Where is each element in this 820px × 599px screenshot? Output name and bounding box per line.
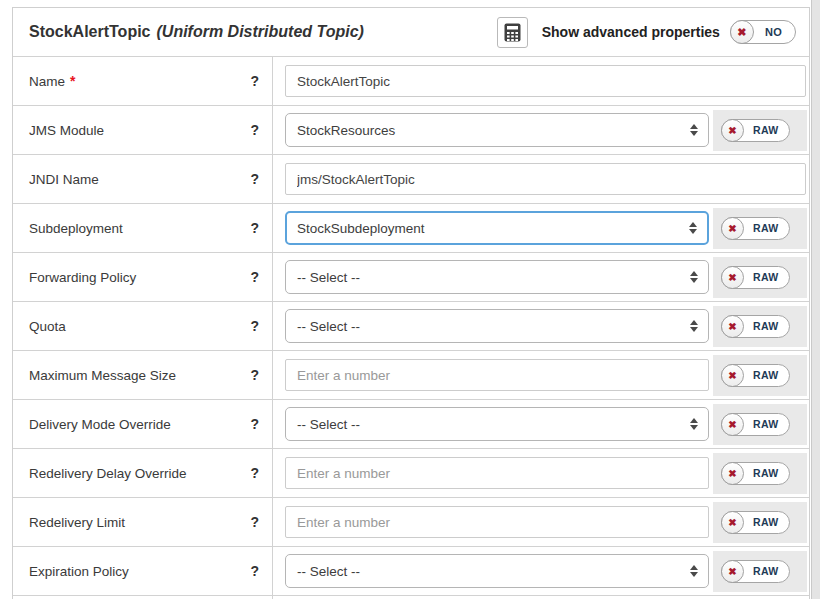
select-value: StockResources	[297, 123, 395, 138]
calculator-icon-button[interactable]	[497, 17, 528, 48]
subdeployment-select[interactable]: StockSubdeployment	[285, 211, 709, 245]
raw-toggle[interactable]: ✖ RAW	[721, 119, 790, 142]
field-label: Delivery Mode Override	[29, 417, 171, 432]
raw-strip: ✖ RAW	[713, 306, 807, 347]
row-redelivery-delay-override: Redelivery Delay Override ? ✖ RAW	[13, 448, 809, 497]
field-label: Redelivery Delay Override	[29, 466, 187, 481]
select-spinner-icon	[690, 320, 698, 332]
raw-toggle[interactable]: ✖ RAW	[721, 560, 790, 583]
select-spinner-icon	[690, 124, 698, 136]
field-label: Maximum Message Size	[29, 368, 176, 383]
forwarding-policy-select[interactable]: -- Select --	[285, 260, 709, 294]
field-label: Quota	[29, 319, 66, 334]
raw-toggle[interactable]: ✖ RAW	[721, 266, 790, 289]
raw-label: RAW	[753, 320, 778, 332]
row-forwarding-policy: Forwarding Policy ? -- Select -- ✖ RAW	[13, 252, 809, 301]
help-icon[interactable]: ?	[250, 171, 259, 187]
row-jms-module: JMS Module ? StockResources ✖ RAW	[13, 105, 809, 154]
raw-toggle[interactable]: ✖ RAW	[721, 462, 790, 485]
x-icon: ✖	[721, 315, 744, 338]
raw-strip: ✖ RAW	[713, 551, 807, 592]
select-spinner-icon	[690, 565, 698, 577]
x-icon: ✖	[721, 560, 744, 583]
calculator-icon	[504, 23, 521, 42]
x-icon: ✖	[721, 511, 744, 534]
x-icon: ✖	[721, 217, 744, 240]
raw-label: RAW	[753, 369, 778, 381]
raw-strip: ✖ RAW	[713, 404, 807, 445]
maximum-message-size-input[interactable]	[285, 359, 709, 391]
row-expiration-policy: Expiration Policy ? -- Select -- ✖ RAW	[13, 546, 809, 595]
help-icon[interactable]: ?	[250, 220, 259, 236]
row-partial-next	[13, 595, 809, 599]
raw-toggle[interactable]: ✖ RAW	[721, 364, 790, 387]
row-delivery-mode-override: Delivery Mode Override ? -- Select -- ✖ …	[13, 399, 809, 448]
help-icon[interactable]: ?	[250, 269, 259, 285]
field-label: Subdeployment	[29, 221, 123, 236]
raw-strip: ✖ RAW	[713, 257, 807, 298]
raw-strip: ✖ RAW	[713, 208, 807, 249]
toggle-state-label: NO	[765, 26, 782, 38]
raw-toggle[interactable]: ✖ RAW	[721, 217, 790, 240]
field-label: Expiration Policy	[29, 564, 129, 579]
help-icon[interactable]: ?	[250, 514, 259, 530]
select-value: -- Select --	[297, 270, 360, 285]
select-value: -- Select --	[297, 319, 360, 334]
topic-properties-form: StockAlertTopic (Uniform Distributed Top…	[12, 7, 810, 599]
help-icon[interactable]: ?	[250, 122, 259, 138]
raw-label: RAW	[753, 271, 778, 283]
jndi-name-input[interactable]	[285, 163, 806, 195]
required-asterisk: *	[70, 73, 75, 89]
select-value: -- Select --	[297, 564, 360, 579]
raw-strip: ✖ RAW	[713, 110, 807, 151]
delivery-mode-override-select[interactable]: -- Select --	[285, 407, 709, 441]
header-controls: Show advanced properties ✖ NO	[497, 17, 796, 48]
raw-strip: ✖ RAW	[713, 502, 807, 543]
x-icon: ✖	[721, 462, 744, 485]
select-spinner-icon	[690, 418, 698, 430]
raw-label: RAW	[753, 222, 778, 234]
raw-label: RAW	[753, 418, 778, 430]
jms-module-select[interactable]: StockResources	[285, 113, 709, 147]
select-value: -- Select --	[297, 417, 360, 432]
advanced-properties-label: Show advanced properties	[542, 24, 720, 40]
select-value: StockSubdeployment	[297, 221, 425, 236]
page-title: StockAlertTopic	[29, 23, 151, 41]
help-icon[interactable]: ?	[250, 73, 259, 89]
row-redelivery-limit: Redelivery Limit ? ✖ RAW	[13, 497, 809, 546]
page-right-gutter	[811, 0, 820, 599]
help-icon[interactable]: ?	[250, 367, 259, 383]
raw-label: RAW	[753, 565, 778, 577]
raw-label: RAW	[753, 124, 778, 136]
help-icon[interactable]: ?	[250, 465, 259, 481]
x-icon: ✖	[721, 266, 744, 289]
raw-label: RAW	[753, 467, 778, 479]
row-quota: Quota ? -- Select -- ✖ RAW	[13, 301, 809, 350]
raw-toggle[interactable]: ✖ RAW	[721, 413, 790, 436]
raw-strip: ✖ RAW	[713, 453, 807, 494]
x-icon: ✖	[721, 119, 744, 142]
name-input[interactable]	[285, 65, 806, 97]
raw-toggle[interactable]: ✖ RAW	[721, 315, 790, 338]
select-spinner-icon	[690, 271, 698, 283]
field-label: JNDI Name	[29, 172, 99, 187]
help-icon[interactable]: ?	[250, 416, 259, 432]
x-icon: ✖	[730, 20, 754, 44]
redelivery-delay-override-input[interactable]	[285, 457, 709, 489]
help-icon[interactable]: ?	[250, 563, 259, 579]
redelivery-limit-input[interactable]	[285, 506, 709, 538]
raw-strip: ✖ RAW	[713, 355, 807, 396]
form-header: StockAlertTopic (Uniform Distributed Top…	[13, 8, 809, 56]
x-icon: ✖	[721, 413, 744, 436]
field-label: Name	[29, 74, 65, 89]
field-label: JMS Module	[29, 123, 104, 138]
raw-toggle[interactable]: ✖ RAW	[721, 511, 790, 534]
row-maximum-message-size: Maximum Message Size ? ✖ RAW	[13, 350, 809, 399]
quota-select[interactable]: -- Select --	[285, 309, 709, 343]
help-icon[interactable]: ?	[250, 318, 259, 334]
page-subtitle: (Uniform Distributed Topic)	[157, 23, 364, 41]
advanced-properties-toggle[interactable]: ✖ NO	[730, 20, 796, 44]
expiration-policy-select[interactable]: -- Select --	[285, 554, 709, 588]
row-subdeployment: Subdeployment ? StockSubdeployment ✖ RAW	[13, 203, 809, 252]
select-spinner-icon	[689, 222, 697, 234]
